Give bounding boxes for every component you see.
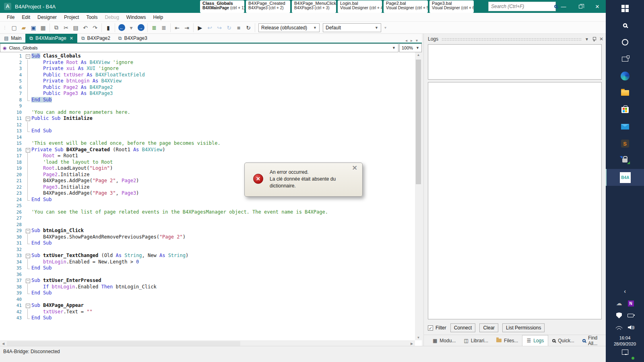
panel-close-icon[interactable]: ✕: [599, 36, 603, 42]
search-box[interactable]: [488, 2, 556, 11]
battery-icon[interactable]: [627, 314, 634, 317]
build-configuration-select[interactable]: Release (obfuscated)▼: [258, 23, 320, 32]
taskbar-clock[interactable]: 16:04 28/09/2020: [614, 333, 636, 350]
sublime-text-button[interactable]: S: [606, 135, 644, 152]
restore-button[interactable]: [572, 0, 589, 13]
fold-toggle-icon[interactable]: [26, 278, 31, 284]
defender-shield-icon[interactable]: [616, 313, 622, 319]
stop-icon[interactable]: ■: [234, 23, 243, 32]
quick-tab-2[interactable]: B4XPage_CreatedB4XPage3 (ctrl + 2): [246, 0, 290, 13]
clean-rebuild-icon[interactable]: ↻: [244, 23, 253, 32]
logs-filter-output[interactable]: [428, 44, 602, 80]
outdent-icon[interactable]: ⇤: [173, 23, 182, 32]
tab-list-dropdown-icon[interactable]: ▾: [416, 38, 418, 43]
filter-checkbox[interactable]: ✓: [428, 325, 433, 331]
panel-tab-logs[interactable]: ☰Logs: [522, 335, 548, 346]
fold-toggle-icon[interactable]: [26, 147, 31, 153]
vertical-scroll-thumb[interactable]: [416, 60, 421, 184]
menu-item-windows[interactable]: Windows: [123, 13, 150, 21]
panel-drag-texture[interactable]: [442, 38, 582, 41]
menu-item-help[interactable]: Help: [150, 13, 167, 21]
quick-tab-5[interactable]: Page2.balVisual Designer (ctrl + 5): [384, 0, 428, 13]
menu-item-debug[interactable]: Debug: [101, 13, 122, 21]
menu-item-tools[interactable]: Tools: [83, 13, 101, 21]
navigate-back-icon[interactable]: ←: [117, 23, 126, 32]
paste-icon[interactable]: ▤: [71, 23, 80, 32]
indent-icon[interactable]: ⇥: [182, 23, 191, 32]
panel-tab-modu[interactable]: ▦Modu...: [429, 335, 460, 346]
clear-button[interactable]: Clear: [479, 323, 498, 332]
close-button[interactable]: ✕: [589, 0, 606, 13]
mail-button[interactable]: [606, 118, 644, 135]
taskbar-search-button[interactable]: [606, 17, 644, 34]
fold-toggle-icon[interactable]: [26, 228, 31, 234]
new-file-icon[interactable]: ▢: [10, 23, 19, 32]
search-input[interactable]: [491, 4, 554, 9]
step-over-icon[interactable]: ↪: [215, 23, 224, 32]
logs-output[interactable]: [428, 82, 602, 319]
panel-tab-files[interactable]: Files...: [492, 335, 522, 346]
save-icon[interactable]: ▣: [29, 23, 38, 32]
code-editor[interactable]: 1Sub Class_Globals2 Private Root As B4XV…: [0, 52, 422, 347]
volume-icon[interactable]: ))): [628, 325, 634, 329]
connect-button[interactable]: Connect: [450, 323, 476, 332]
pin-icon[interactable]: [592, 37, 596, 41]
panel-tab-quick[interactable]: Quick...: [548, 335, 578, 346]
undo-icon[interactable]: ↶: [81, 23, 90, 32]
panel-menu-chevron-icon[interactable]: ▼: [585, 37, 589, 41]
menu-item-file[interactable]: File: [3, 13, 18, 21]
start-button[interactable]: [606, 0, 644, 17]
horizontal-scroll-thumb[interactable]: [7, 341, 240, 346]
panel-tab-librari[interactable]: ◫Librari...: [460, 335, 492, 346]
doc-tab-b4xpage2[interactable]: ⧉B4XPage2: [77, 34, 114, 43]
resume-icon[interactable]: ↩: [205, 23, 214, 32]
package-icon[interactable]: ▦: [39, 23, 47, 32]
fold-toggle-icon[interactable]: [26, 253, 31, 259]
onedrive-icon[interactable]: ☁: [616, 300, 622, 307]
quick-tab-6[interactable]: Page3.balVisual Designer (ctrl + 6): [429, 0, 474, 13]
zoom-selector[interactable]: 100% ▼: [399, 43, 422, 52]
dialog-close-icon[interactable]: ✕: [352, 164, 357, 172]
quick-tab-1[interactable]: Class_GlobalsB4XMainPage (ctrl + 1): [200, 0, 244, 13]
wifi-icon[interactable]: [616, 325, 622, 330]
menu-item-edit[interactable]: Edit: [18, 13, 34, 21]
scroll-right-arrow[interactable]: ▶: [409, 342, 415, 346]
fold-toggle-icon[interactable]: [26, 302, 31, 309]
doc-tab-b4xmainpage[interactable]: ⧉B4XMainPage✕: [25, 34, 77, 43]
vertical-scrollbar[interactable]: ▲ ▼: [415, 52, 422, 340]
target-module-select[interactable]: Default▼: [323, 23, 381, 32]
run-icon[interactable]: ▶: [196, 23, 204, 32]
b4a-bridge-button[interactable]: ◥◢: [606, 152, 644, 169]
menu-item-designer[interactable]: Designer: [34, 13, 60, 21]
minimize-button[interactable]: —: [555, 0, 572, 13]
open-project-icon[interactable]: ▰: [19, 23, 28, 32]
onenote-icon[interactable]: N: [628, 300, 634, 306]
doc-tab-main[interactable]: ▤Main: [0, 34, 25, 43]
navigate-forward-icon[interactable]: →: [136, 23, 145, 32]
scroll-up-arrow[interactable]: ▲: [415, 53, 422, 57]
redo-icon[interactable]: ↷: [91, 23, 99, 32]
bookmark-icon[interactable]: ▮: [104, 23, 113, 32]
list-permissions-button[interactable]: List Permissions: [502, 323, 545, 332]
doc-tab-b4xpage3[interactable]: ⧉B4XPage3: [114, 34, 151, 43]
uncomment-icon[interactable]: ≣: [159, 23, 168, 32]
quick-tab-3[interactable]: B4XPage_MenuClickB4XPage3 (ctrl + 3): [292, 0, 336, 13]
step-into-icon[interactable]: ↻: [225, 23, 233, 32]
comment-icon[interactable]: ≣: [150, 23, 159, 32]
b4a-app-button[interactable]: B4A: [606, 169, 644, 186]
scroll-down-arrow[interactable]: ▼: [415, 336, 422, 339]
tab-scroll-left-icon[interactable]: ◂: [405, 38, 407, 43]
panel-tab-findall[interactable]: Find All...: [578, 335, 606, 346]
action-center-icon[interactable]: [622, 350, 628, 355]
tab-close-icon[interactable]: ✕: [70, 36, 73, 41]
task-view-button[interactable]: [606, 51, 644, 68]
fold-toggle-icon[interactable]: [26, 53, 31, 60]
tray-expand-button[interactable]: ‹: [606, 285, 644, 297]
fold-toggle-icon[interactable]: [26, 115, 31, 122]
scroll-left-arrow[interactable]: ◀: [0, 342, 6, 346]
file-explorer-button[interactable]: [606, 84, 644, 101]
copy-icon[interactable]: ⧉: [52, 23, 61, 32]
cortana-button[interactable]: [606, 34, 644, 51]
edge-button[interactable]: [606, 68, 644, 84]
cut-icon[interactable]: ✂: [62, 23, 70, 32]
